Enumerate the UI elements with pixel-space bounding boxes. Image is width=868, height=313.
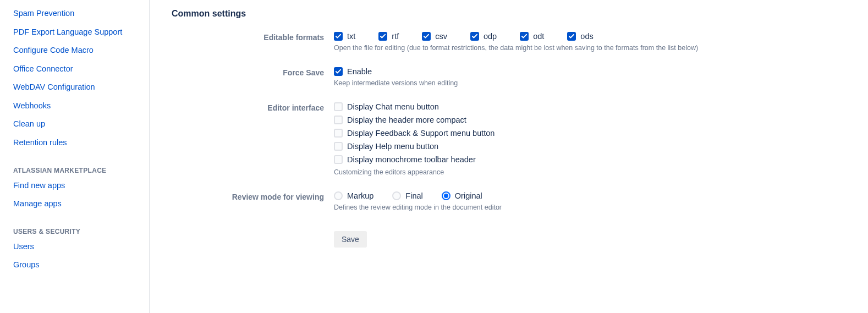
checkbox-icon <box>567 32 576 41</box>
format-checkbox[interactable]: ods <box>567 32 593 41</box>
interface-checkbox[interactable]: Display Chat menu button <box>334 102 846 111</box>
help-editor-interface: Customizing the editors appearance <box>334 168 846 176</box>
row-editable-formats: Editable formats txtrtfcsvodpodtods Open… <box>172 32 846 64</box>
sidebar-item[interactable]: Retention rules <box>13 134 145 152</box>
format-checkbox[interactable]: odt <box>520 32 544 41</box>
interface-checkbox[interactable]: Display the header more compact <box>334 116 846 124</box>
sidebar-item[interactable]: Manage apps <box>13 195 145 213</box>
sidebar-item[interactable]: Webhooks <box>13 97 145 116</box>
label-editor-interface: Editor interface <box>172 102 334 112</box>
label-force-save: Force Save <box>172 67 334 77</box>
review-mode-radio[interactable]: Original <box>442 191 482 200</box>
checkbox-label: Display Help menu button <box>347 142 438 151</box>
sidebar-item[interactable]: Users <box>13 238 145 256</box>
sidebar-item[interactable]: Groups <box>13 256 145 274</box>
checkbox-label: txt <box>347 32 355 41</box>
format-checkbox[interactable]: rtf <box>378 32 399 41</box>
sidebar-item[interactable]: Clean up <box>13 115 145 134</box>
checkbox-label: Display Feedback & Support menu button <box>347 129 495 138</box>
interface-checkbox[interactable]: Display Feedback & Support menu button <box>334 129 846 138</box>
radio-label: Original <box>455 191 482 200</box>
sidebar-item[interactable]: Configure Code Macro <box>13 41 145 60</box>
checkbox-label: Display the header more compact <box>347 116 466 124</box>
checkbox-icon <box>520 32 529 41</box>
format-checkbox[interactable]: odp <box>470 32 497 41</box>
checkbox-label: Enable <box>347 67 372 76</box>
radio-icon <box>334 191 343 200</box>
sidebar-item[interactable]: Find new apps <box>13 177 145 195</box>
checkbox-icon <box>334 116 343 124</box>
sidebar-item[interactable]: Office Connector <box>13 60 145 79</box>
checkbox-icon <box>378 32 387 41</box>
row-review-mode: Review mode for viewing MarkupFinalOrigi… <box>172 191 846 223</box>
save-button[interactable]: Save <box>334 231 367 248</box>
main-content: Common settings Editable formats txtrtfc… <box>150 0 868 313</box>
format-checkbox[interactable]: csv <box>422 32 447 41</box>
row-editor-interface: Editor interface Display Chat menu butto… <box>172 102 846 188</box>
format-checkbox[interactable]: txt <box>334 32 355 41</box>
checkbox-label: Display Chat menu button <box>347 102 439 111</box>
checkbox-icon <box>334 155 343 164</box>
sidebar-item[interactable]: WebDAV Configuration <box>13 78 145 97</box>
checkbox-label: csv <box>435 32 447 41</box>
checkbox-label: ods <box>580 32 593 41</box>
review-mode-radio[interactable]: Markup <box>334 191 373 200</box>
row-force-save: Force Save Enable Keep intermediate vers… <box>172 67 846 99</box>
checkbox-label: odt <box>533 32 544 41</box>
sidebar: Spam PreventionPDF Export Language Suppo… <box>0 0 150 313</box>
help-review-mode: Defines the review editing mode in the d… <box>334 204 846 211</box>
help-editable-formats: Open the file for editing (due to format… <box>334 44 846 52</box>
sidebar-item[interactable]: Spam Prevention <box>13 4 145 23</box>
interface-checkbox[interactable]: Display Help menu button <box>334 142 846 151</box>
checkbox-icon <box>334 67 343 76</box>
section-title: Common settings <box>172 9 846 19</box>
checkbox-icon <box>334 129 343 138</box>
sidebar-item[interactable]: PDF Export Language Support <box>13 23 145 42</box>
radio-label: Final <box>405 191 422 200</box>
force-save-checkbox[interactable]: Enable <box>334 67 372 76</box>
review-mode-radio[interactable]: Final <box>392 191 422 200</box>
radio-label: Markup <box>347 191 373 200</box>
editor-interface-group: Display Chat menu buttonDisplay the head… <box>334 102 846 164</box>
checkbox-label: rtf <box>392 32 399 41</box>
checkbox-icon <box>334 142 343 151</box>
editable-formats-group: txtrtfcsvodpodtods <box>334 32 846 41</box>
checkbox-icon <box>334 32 343 41</box>
checkbox-label: Display monochrome toolbar header <box>347 155 476 164</box>
radio-icon <box>442 191 451 200</box>
sidebar-heading: USERS & SECURITY <box>13 228 145 235</box>
sidebar-heading: ATLASSIAN MARKETPLACE <box>13 167 145 174</box>
label-editable-formats: Editable formats <box>172 32 334 42</box>
checkbox-icon <box>470 32 479 41</box>
row-save: Save <box>172 227 846 248</box>
checkbox-icon <box>422 32 431 41</box>
help-force-save: Keep intermediate versions when editing <box>334 79 846 87</box>
force-save-group: Enable <box>334 67 846 76</box>
review-mode-group: MarkupFinalOriginal <box>334 191 846 200</box>
checkbox-label: odp <box>484 32 497 41</box>
checkbox-icon <box>334 102 343 111</box>
label-review-mode: Review mode for viewing <box>172 191 334 201</box>
radio-icon <box>392 191 401 200</box>
interface-checkbox[interactable]: Display monochrome toolbar header <box>334 155 846 164</box>
